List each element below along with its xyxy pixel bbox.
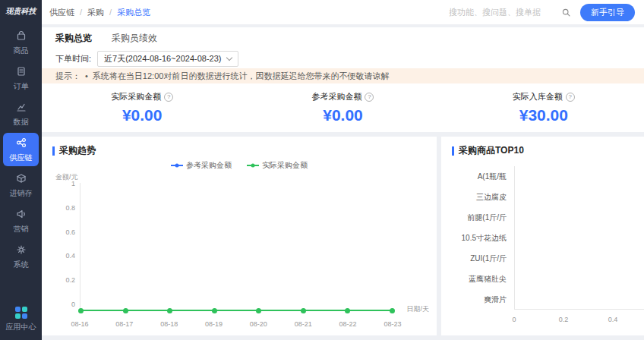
y-tick: 0 bbox=[71, 301, 75, 308]
breadcrumb-item-supply-chain[interactable]: 供应链 bbox=[49, 7, 74, 18]
purchase-trend-panel: 采购趋势 参考采购金额 实际采购金额 金额/元 bbox=[42, 137, 437, 335]
y-tick: 0.2 bbox=[65, 276, 75, 284]
legend-label: 参考采购金额 bbox=[186, 160, 232, 171]
app-window: 现贵科技 商品 订单 数据 供应链 进销存 bbox=[0, 0, 644, 340]
system-icon bbox=[15, 244, 27, 257]
sidebar-item-label: 供应链 bbox=[10, 153, 33, 163]
marketing-icon bbox=[15, 208, 27, 222]
sidebar-item-products[interactable]: 商品 bbox=[3, 26, 39, 59]
top10-chart-title: 采购商品TOP10 bbox=[459, 144, 524, 157]
sidebar-item-system[interactable]: 系统 bbox=[3, 240, 39, 273]
metric-value: ¥0.00 bbox=[242, 106, 443, 124]
chart-legend: 参考采购金额 实际采购金额 bbox=[42, 160, 437, 171]
notice-bullet: • bbox=[85, 71, 88, 80]
metric-label: 实际采购金额 ? bbox=[111, 91, 173, 102]
metric-label-text: 实际采购金额 bbox=[111, 91, 161, 102]
apps-icon bbox=[15, 307, 27, 319]
sidebar-item-data[interactable]: 数据 bbox=[3, 97, 39, 131]
info-icon[interactable]: ? bbox=[164, 93, 173, 102]
date-range-select[interactable]: 近7天(2024-08-16~2024-08-23) bbox=[97, 51, 238, 67]
product-icon bbox=[15, 30, 27, 43]
tab-buyer-performance[interactable]: 采购员绩效 bbox=[112, 32, 157, 45]
title-accent-bar bbox=[452, 146, 454, 156]
series-points bbox=[78, 308, 395, 313]
bar-category: 蓝鹰猪肚尖 bbox=[469, 274, 507, 285]
logo: 现贵科技 bbox=[5, 0, 38, 26]
sidebar-item-label: 进销存 bbox=[10, 188, 33, 199]
sidebar-item-orders[interactable]: 订单 bbox=[3, 61, 39, 95]
x-tick: 08-22 bbox=[333, 320, 363, 328]
panel-title: 采购趋势 bbox=[42, 137, 437, 157]
main-area: 供应链 / 采购 / 采购总览 新手引导 采购总览 采购员绩效 bbox=[42, 0, 644, 340]
sidebar-item-app-center[interactable]: 应用中心 bbox=[6, 307, 36, 332]
y-tick: 1 bbox=[71, 180, 75, 187]
breadcrumb-item-current: 采购总览 bbox=[117, 7, 150, 18]
metric-label: 参考采购金额 ? bbox=[311, 91, 374, 102]
y-tick: 0.8 bbox=[65, 204, 75, 212]
bar-x-axis bbox=[514, 309, 644, 310]
legend-marker-blue bbox=[171, 165, 183, 166]
x-tick: 08-21 bbox=[288, 320, 318, 328]
notice-text: 系统将在当日12:00对前日的数据进行统计，因数据延迟给您带来的不便敬请谅解 bbox=[93, 71, 390, 82]
breadcrumb: 供应链 / 采购 / 采购总览 bbox=[49, 7, 150, 18]
bar-category: 三边腐皮 bbox=[476, 192, 507, 203]
search-icon[interactable] bbox=[561, 8, 571, 17]
date-range-value: 近7天(2024-08-16~2024-08-23) bbox=[104, 53, 221, 65]
sidebar-item-label: 系统 bbox=[14, 260, 29, 270]
breadcrumb-separator: / bbox=[109, 8, 112, 17]
notice-label: 提示： bbox=[55, 71, 80, 82]
x-tick: 08-19 bbox=[199, 320, 229, 328]
metric-value: ¥0.00 bbox=[42, 106, 242, 124]
sidebar-item-label: 营销 bbox=[14, 224, 29, 235]
order-icon bbox=[15, 65, 27, 79]
breadcrumb-separator: / bbox=[80, 8, 82, 17]
data-point bbox=[256, 308, 261, 313]
topbar: 供应链 / 采购 / 采购总览 新手引导 bbox=[42, 0, 644, 24]
data-point bbox=[345, 308, 350, 313]
search-input[interactable] bbox=[449, 8, 557, 17]
legend-item-reference[interactable]: 参考采购金额 bbox=[171, 160, 232, 171]
sidebar-item-inventory[interactable]: 进销存 bbox=[3, 168, 39, 202]
data-point bbox=[301, 308, 306, 313]
metric-reference-purchase: 参考采购金额 ? ¥0.00 bbox=[242, 91, 443, 124]
info-icon[interactable]: ? bbox=[566, 93, 575, 102]
topbar-right: 新手引导 bbox=[449, 4, 635, 21]
charts-row: 采购趋势 参考采购金额 实际采购金额 金额/元 bbox=[42, 137, 644, 335]
overview-card: 采购总览 采购员绩效 下单时间: 近7天(2024-08-16~2024-08-… bbox=[42, 27, 644, 132]
x-tick: 08-16 bbox=[65, 320, 95, 328]
legend-item-actual[interactable]: 实际采购金额 bbox=[247, 160, 308, 171]
data-point bbox=[167, 308, 172, 313]
data-icon bbox=[15, 101, 27, 115]
info-icon[interactable]: ? bbox=[365, 93, 374, 102]
metric-inbound-amount: 实际入库金额 ? ¥30.00 bbox=[444, 91, 644, 124]
bar-category: 前腿(1斤/斤 bbox=[467, 212, 507, 223]
legend-marker-green bbox=[247, 165, 259, 166]
x-tick: 08-20 bbox=[243, 320, 273, 328]
trend-chart-title: 采购趋势 bbox=[59, 144, 96, 157]
bar-category: 10.5寸花边纸 bbox=[462, 233, 507, 244]
supply-chain-icon bbox=[15, 137, 27, 150]
breadcrumb-item-purchase[interactable]: 采购 bbox=[87, 7, 104, 18]
notice-bar: 提示： • 系统将在当日12:00对前日的数据进行统计，因数据延迟给您带来的不便… bbox=[42, 68, 644, 83]
bar-category: ZUI(1斤/斤 bbox=[470, 253, 507, 264]
metrics-row: 实际采购金额 ? ¥0.00 参考采购金额 ? ¥0.00 bbox=[42, 83, 644, 132]
x-tick: 08-23 bbox=[377, 320, 408, 328]
data-point bbox=[123, 308, 128, 313]
tab-purchase-overview[interactable]: 采购总览 bbox=[55, 32, 92, 45]
chevron-down-icon bbox=[226, 55, 232, 61]
sidebar-item-supply-chain[interactable]: 供应链 bbox=[3, 133, 39, 166]
filter-row: 下单时间: 近7天(2024-08-16~2024-08-23) bbox=[42, 49, 644, 68]
search-box bbox=[449, 8, 571, 17]
y-tick: 0.4 bbox=[65, 252, 75, 260]
sidebar-item-label: 数据 bbox=[14, 117, 29, 128]
bar-y-axis bbox=[514, 166, 515, 310]
data-point bbox=[390, 308, 395, 313]
sidebar-item-marketing[interactable]: 营销 bbox=[3, 204, 39, 238]
x-axis-ticks: 08-16 08-17 08-18 08-19 08-20 08-21 08-2… bbox=[65, 320, 408, 328]
bar-category: 爽滑片 bbox=[484, 294, 507, 305]
guide-button[interactable]: 新手引导 bbox=[580, 4, 635, 21]
sidebar-nav: 商品 订单 数据 供应链 进销存 营销 bbox=[0, 26, 42, 273]
y-axis-ticks: 1 0.8 0.6 0.4 0.2 0 bbox=[49, 183, 75, 311]
app-center-label: 应用中心 bbox=[6, 322, 36, 332]
bar-x-tick: 0 bbox=[512, 316, 516, 323]
